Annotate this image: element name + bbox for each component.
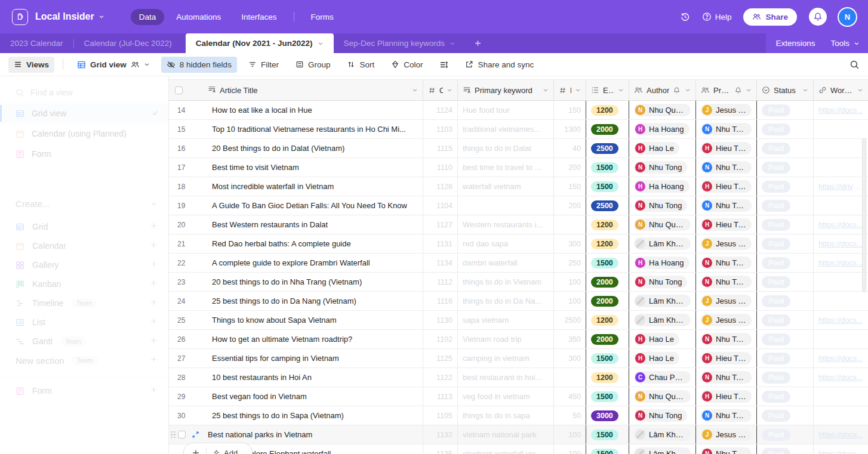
cell-proofreader[interactable]: JJesus L...	[696, 425, 757, 444]
cell-author[interactable]: NNhu Quy...	[629, 101, 696, 119]
cell-keyword-volume[interactable]: 350	[554, 330, 586, 348]
cell-article-title[interactable]: Best national parks in Vietnam	[169, 425, 423, 444]
cell-working-file[interactable]: https://docs...	[814, 234, 868, 253]
cell-working-file[interactable]	[814, 196, 868, 215]
cell-count[interactable]: 1122	[423, 368, 458, 387]
cell-working-file[interactable]	[814, 273, 868, 291]
cell-proofreader[interactable]: NNhu To...	[696, 196, 757, 215]
cell-count[interactable]: 1112	[423, 273, 458, 291]
cell-status[interactable]: Paid	[757, 425, 814, 444]
cell-e-value[interactable]: 1200	[586, 368, 629, 387]
cell-status[interactable]: Paid	[757, 234, 814, 253]
find-a-view[interactable]: Find a view	[16, 88, 158, 97]
group-button[interactable]: Group	[290, 57, 336, 73]
working-file-link[interactable]: https://drive...	[818, 183, 863, 191]
cell-count[interactable]: 1135	[423, 444, 458, 454]
cell-primary-keyword[interactable]: things to do in Dalat	[458, 139, 554, 157]
cell-keyword-volume[interactable]: 100	[554, 273, 586, 291]
cell-author[interactable]: Lâm Kha...	[629, 234, 696, 253]
notifications-button[interactable]	[809, 8, 827, 26]
cell-author[interactable]: HHa Hoang	[629, 254, 696, 272]
cell-e-value[interactable]: 1200	[586, 311, 629, 329]
cell-author[interactable]: Lâm Kha...	[629, 311, 696, 329]
cell-author[interactable]: HHa Hoang	[629, 177, 696, 196]
column-header-c[interactable]: C..	[423, 80, 458, 100]
cell-working-file[interactable]	[814, 292, 868, 310]
cell-article-title[interactable]: 17Best time to visit Vietnam	[169, 158, 423, 177]
sheet-tab-0[interactable]: 2023 Calendar	[0, 33, 73, 53]
hidden-fields-button[interactable]: 8 hidden fields	[161, 57, 237, 73]
working-file-link[interactable]: https://docs...	[818, 354, 863, 363]
cell-primary-keyword[interactable]: best restaurant in hoi...	[458, 368, 554, 387]
cell-author[interactable]: NNhu Tong	[629, 406, 696, 425]
working-file-link[interactable]: https://docs...	[818, 431, 863, 439]
column-header-articletitle[interactable]: Article Title	[169, 80, 423, 100]
cell-primary-keyword[interactable]: waterfall vietnam	[458, 177, 554, 196]
filter-button[interactable]: Filter	[243, 57, 284, 73]
cell-status[interactable]: Paid	[757, 120, 814, 138]
expand-record-icon[interactable]	[192, 431, 199, 438]
cell-e-value[interactable]: 3000	[586, 406, 629, 425]
cell-count[interactable]: 1124	[423, 101, 458, 119]
cell-article-title[interactable]: 1620 Best things to do in Dalat (Vietnam…	[169, 139, 423, 157]
cell-keyword-volume[interactable]: 150	[554, 177, 586, 196]
cell-status[interactable]: Paid	[757, 387, 814, 406]
cell-count[interactable]: 1115	[423, 139, 458, 157]
cell-working-file[interactable]	[814, 330, 868, 348]
cell-proofreader[interactable]: JJesus L...	[696, 292, 757, 310]
history-icon[interactable]	[680, 12, 690, 22]
cell-article-title[interactable]: 29Best vegan food in Vietnam	[169, 387, 423, 406]
working-file-link[interactable]: https://docs...	[818, 316, 863, 325]
cell-e-value[interactable]: 2000	[586, 273, 629, 291]
cell-primary-keyword[interactable]: veg food in vietnam	[458, 387, 554, 406]
cell-working-file[interactable]: https://docs...	[814, 349, 868, 367]
cell-keyword-volume[interactable]: 250	[554, 254, 586, 272]
working-file-link[interactable]: https://docs...	[818, 450, 863, 454]
cell-keyword-volume[interactable]: 450	[554, 387, 586, 406]
tools-button[interactable]: Tools	[830, 39, 860, 48]
cell-keyword-volume[interactable]	[554, 215, 586, 234]
cell-keyword-volume[interactable]: 300	[554, 234, 586, 253]
cell-keyword-volume[interactable]: 100	[554, 425, 586, 444]
cell-primary-keyword[interactable]: things to do in sapa	[458, 406, 554, 425]
cell-article-title[interactable]: 18Most incredible waterfall in Vietnam	[169, 177, 423, 196]
cell-proofreader[interactable]: HHieu Tran	[696, 349, 757, 367]
extensions-button[interactable]: Extensions	[775, 39, 815, 48]
cell-e-value[interactable]: 2500	[586, 196, 629, 215]
column-header-author[interactable]: Author	[629, 80, 696, 100]
cell-status[interactable]: Paid	[757, 177, 814, 196]
cell-article-title[interactable]: 20Best Western restaurants in Dalat	[169, 215, 423, 234]
cell-count[interactable]: 1102	[423, 330, 458, 348]
working-file-link[interactable]: https://docs...	[818, 221, 863, 229]
cell-article-title[interactable]: 15Top 10 traditional Vietnamese restaura…	[169, 120, 423, 138]
cell-proofreader[interactable]: NNhu To...	[696, 120, 757, 138]
cell-primary-keyword[interactable]: best time to travel to ...	[458, 158, 554, 177]
cell-author[interactable]: HHa Hoang	[629, 120, 696, 138]
cell-proofreader[interactable]: JJesus L...	[696, 311, 757, 329]
cell-working-file[interactable]	[814, 120, 868, 138]
cell-proofreader[interactable]: NNhu To...	[696, 254, 757, 272]
cell-count[interactable]: 1131	[423, 234, 458, 253]
share-and-sync-button[interactable]: Share and sync	[460, 57, 539, 73]
cell-e-value[interactable]: 1500	[586, 349, 629, 367]
sidebar-view-1[interactable]: Calendar (using Planned)	[0, 123, 168, 144]
cell-e-value[interactable]: 2000	[586, 330, 629, 348]
cell-count[interactable]: 1113	[423, 387, 458, 406]
column-header-k[interactable]: K..	[554, 80, 586, 100]
plus-icon[interactable]	[192, 449, 200, 454]
cell-author[interactable]: Lâm Kha...	[629, 292, 696, 310]
user-avatar[interactable]: N	[839, 8, 856, 26]
create-item-list[interactable]: List	[0, 313, 168, 332]
cell-count[interactable]: 1103	[423, 120, 458, 138]
create-item-form[interactable]: Form	[0, 381, 168, 400]
grid-view-button[interactable]: Grid view	[72, 57, 155, 73]
cell-proofreader[interactable]: NNhu To...	[696, 368, 757, 387]
cell-keyword-volume[interactable]: 40	[554, 139, 586, 157]
column-header-pro[interactable]: Pro...	[696, 80, 757, 100]
create-section-header[interactable]: Create...	[16, 199, 158, 209]
cell-keyword-volume[interactable]: 1300	[554, 120, 586, 138]
working-file-link[interactable]: https://docs...	[818, 106, 863, 115]
cell-e-value[interactable]: 1500	[586, 254, 629, 272]
cell-status[interactable]: Paid	[757, 196, 814, 215]
cell-article-title[interactable]: 14How to eat like a local in Hue	[169, 101, 423, 119]
